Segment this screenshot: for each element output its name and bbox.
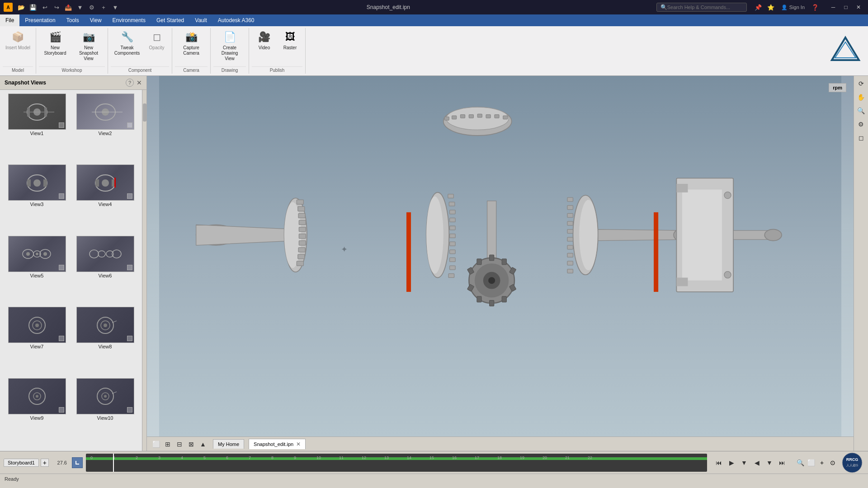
menu-environments[interactable]: Environments <box>107 14 151 26</box>
qa-undo[interactable]: ↩ <box>40 2 50 12</box>
search-box[interactable]: 🔍 <box>656 3 747 12</box>
panel-scrollbar[interactable] <box>142 90 146 451</box>
snapshot-thumb-10[interactable] <box>76 378 134 414</box>
menu-presentation[interactable]: Presentation <box>19 14 61 26</box>
snapshot-label-6: View6 <box>99 273 112 278</box>
video-button[interactable]: 🎥 Video <box>252 28 277 52</box>
snapshot-item-10[interactable]: View10 <box>72 378 138 447</box>
new-snapshot-view-button[interactable]: 📷 New Snapshot View <box>72 28 105 63</box>
tc-play[interactable]: ▶ <box>726 457 737 468</box>
snapshot-item-6[interactable]: View6 <box>72 236 138 305</box>
snapshot-thumb-9[interactable] <box>8 378 66 414</box>
snapshot-thumb-6[interactable] <box>76 236 134 272</box>
svg-point-41 <box>104 395 107 398</box>
zoom-reset-btn[interactable]: ⊙ <box>828 458 837 467</box>
rs-zoom-btn[interactable]: 🔍 <box>855 105 867 117</box>
menu-get-started[interactable]: Get Started <box>151 14 189 26</box>
maximize-button[interactable]: □ <box>840 3 852 12</box>
rs-pan-btn[interactable]: ✋ <box>855 91 867 103</box>
qa-save[interactable]: 💾 <box>28 2 38 12</box>
menu-file[interactable]: File <box>0 14 19 26</box>
snapshot-item-2[interactable]: View2 <box>72 94 138 163</box>
viewport-toolbar: ⬜ ⊞ ⊟ ⊠ ▲ My Home Snapshot_edit.ipn ✕ <box>147 436 854 451</box>
snapshot-item-9[interactable]: View9 <box>4 378 70 447</box>
layout-v-split-btn[interactable]: ⊠ <box>186 439 197 450</box>
menu-tools[interactable]: Tools <box>61 14 85 26</box>
menu-vault[interactable]: Vault <box>189 14 212 26</box>
timeline-track[interactable]: 0 1 2 3 4 5 6 7 8 9 10 11 12 13 14 15 16… <box>86 454 707 472</box>
snapshot-thumb-2[interactable] <box>76 94 134 130</box>
insert-model-button[interactable]: 📦 Insert Model <box>3 28 33 52</box>
snapshot-thumb-3[interactable] <box>8 164 66 201</box>
tc-step-fwd-dropdown[interactable]: ▼ <box>764 457 775 468</box>
new-snapshot-label: New Snapshot View <box>75 45 102 61</box>
tab-snapshot-close[interactable]: ✕ <box>296 441 301 447</box>
svg-rect-75 <box>450 234 456 238</box>
qa-export[interactable]: 📤 <box>63 2 73 12</box>
ribbon-group-camera-title: Camera <box>175 66 208 74</box>
tc-skip-fwd[interactable]: ⏭ <box>777 457 788 468</box>
zoom-fit-btn[interactable]: ⬜ <box>807 458 816 467</box>
snapshot-thumb-4[interactable] <box>76 164 134 201</box>
zoom-in-btn[interactable]: + <box>817 458 826 467</box>
tweak-icon: 🔧 <box>120 30 134 44</box>
sign-in-button[interactable]: 👤 Sign In <box>778 4 807 11</box>
new-storyboard-label: New Storyboard <box>42 45 69 56</box>
tc-play-dropdown[interactable]: ▼ <box>739 457 750 468</box>
capture-camera-button[interactable]: 📸 Capture Camera <box>175 28 208 58</box>
ribbon: 📦 Insert Model Model 🎬 New Storyboard 📷 … <box>0 26 868 76</box>
layout-up-btn[interactable]: ▲ <box>198 439 208 450</box>
layout-h-split-btn[interactable]: ⊟ <box>174 439 185 450</box>
snapshot-thumb-1[interactable] <box>8 94 66 130</box>
viewport[interactable]: ✦ rpm ⬜ ⊞ ⊟ ⊠ ▲ My Home Snapshot_edit.ip… <box>147 76 854 451</box>
snapshot-item-7[interactable]: View7 <box>4 307 70 376</box>
create-drawing-view-button[interactable]: 📄 Create Drawing View <box>213 28 246 63</box>
new-storyboard-button[interactable]: 🎬 New Storyboard <box>39 28 71 58</box>
rs-orbit-btn[interactable]: ⟳ <box>855 78 867 89</box>
help-icon[interactable]: ❓ <box>810 2 820 12</box>
snapshot-item-3[interactable]: View3 <box>4 164 70 234</box>
search-input[interactable] <box>667 5 735 10</box>
qa-open[interactable]: 📂 <box>16 2 26 12</box>
snapshot-item-1[interactable]: View1 <box>4 94 70 163</box>
svg-rect-90 <box>502 296 506 302</box>
rs-view-btn[interactable]: ◻ <box>855 132 867 144</box>
opacity-button[interactable]: ◻ Opacity <box>144 28 169 52</box>
pin-icon[interactable]: 📌 <box>753 2 763 12</box>
add-storyboard-btn[interactable]: + <box>41 459 49 467</box>
tc-skip-back[interactable]: ⏮ <box>713 457 724 468</box>
raster-button[interactable]: 🖼 Raster <box>278 28 302 52</box>
menu-view[interactable]: View <box>85 14 107 26</box>
snapshot-item-8[interactable]: View8 <box>72 307 138 376</box>
snapshot-thumb-5[interactable] <box>8 236 66 272</box>
snapshot-item-5[interactable]: View5 <box>4 236 70 305</box>
snapshot-close-button[interactable]: ✕ <box>137 79 142 86</box>
storyboard-tab[interactable]: Storyboard1 <box>4 459 39 467</box>
menu-autodesk-a360[interactable]: Autodesk A360 <box>212 14 260 26</box>
qa-more[interactable]: ⚙ <box>87 2 97 12</box>
minimize-button[interactable]: ─ <box>827 3 839 12</box>
close-button[interactable]: ✕ <box>853 3 864 12</box>
snapshot-thumb-8[interactable] <box>76 307 134 343</box>
tweak-components-button[interactable]: 🔧 Tweak Components <box>111 28 143 58</box>
snapshot-item-4[interactable]: View4 <box>72 164 138 234</box>
opacity-icon: ◻ <box>150 30 164 44</box>
qa-redo[interactable]: ↪ <box>52 2 61 12</box>
rs-settings-btn[interactable]: ⚙ <box>855 118 867 130</box>
star-icon[interactable]: ⭐ <box>766 2 776 12</box>
layout-grid-btn[interactable]: ⊞ <box>162 439 173 450</box>
svg-point-34 <box>104 324 107 327</box>
qa-add[interactable]: + <box>99 2 108 12</box>
snapshot-help-button[interactable]: ? <box>126 79 134 87</box>
tab-my-home[interactable]: My Home <box>213 439 244 449</box>
snapshot-thumb-7[interactable] <box>8 307 66 343</box>
tab-snapshot-edit[interactable]: Snapshot_edit.ipn ✕ <box>249 439 306 449</box>
layout-single-btn[interactable]: ⬜ <box>151 439 161 450</box>
svg-rect-72 <box>450 210 456 214</box>
raster-icon: 🖼 <box>283 30 297 44</box>
svg-rect-111 <box>682 190 722 281</box>
qa-dropdown[interactable]: ▼ <box>75 2 85 12</box>
qa-dropdown2[interactable]: ▼ <box>110 2 120 12</box>
zoom-out-btn[interactable]: 🔍 <box>796 458 805 467</box>
tc-step-back[interactable]: ◀ <box>751 457 762 468</box>
